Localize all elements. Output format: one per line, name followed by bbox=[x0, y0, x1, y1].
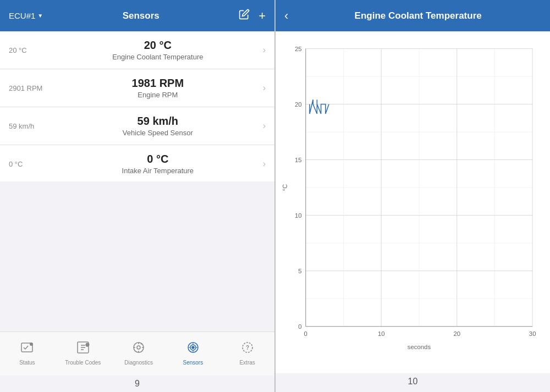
sensor-current-value: 0 °C bbox=[53, 153, 263, 165]
sensor-prev-value: 2901 RPM bbox=[9, 84, 53, 92]
sensor-main: 59 km/h Vehicle Speed Sensor bbox=[53, 115, 263, 137]
add-icon[interactable]: + bbox=[258, 9, 266, 23]
sensor-row[interactable]: 20 °C 20 °C Engine Coolant Temperature › bbox=[0, 31, 274, 69]
nav-label-trouble-codes: Trouble Codes bbox=[65, 360, 101, 366]
svg-text:5: 5 bbox=[298, 268, 301, 274]
sensor-main: 1981 RPM Engine RPM bbox=[53, 77, 263, 99]
chevron-right-icon: › bbox=[263, 45, 266, 55]
sensor-prev-value: 0 °C bbox=[9, 160, 53, 168]
sensor-main: 0 °C Intake Air Temperature bbox=[53, 153, 263, 175]
edit-icon[interactable] bbox=[239, 9, 250, 23]
sensor-row[interactable]: 0 °C 0 °C Intake Air Temperature › bbox=[0, 145, 274, 181]
nav-label-extras: Extras bbox=[239, 360, 255, 366]
chevron-right-icon: › bbox=[263, 121, 266, 131]
sensor-name: Engine RPM bbox=[53, 91, 263, 99]
chevron-right-icon: › bbox=[263, 83, 266, 93]
chevron-right-icon: › bbox=[263, 159, 266, 169]
left-page-number: 9 bbox=[0, 376, 274, 392]
chart-data-line bbox=[310, 100, 329, 114]
svg-point-1 bbox=[30, 343, 33, 346]
ecu-selector[interactable]: ECU#1 ▼ bbox=[9, 11, 43, 20]
nav-item-status[interactable]: Status bbox=[10, 340, 43, 366]
left-panel: ECU#1 ▼ Sensors + 20 °C 20 °C Engine Coo… bbox=[0, 0, 274, 392]
svg-text:10: 10 bbox=[378, 330, 385, 337]
svg-text:30: 30 bbox=[529, 330, 536, 337]
sensor-row[interactable]: 59 km/h 59 km/h Vehicle Speed Sensor › bbox=[0, 107, 274, 145]
svg-point-9 bbox=[192, 346, 194, 349]
svg-text:?: ? bbox=[246, 345, 249, 351]
right-header: ‹ Engine Coolant Temperature bbox=[276, 0, 550, 31]
nav-item-sensors[interactable]: Sensors bbox=[177, 340, 210, 366]
temperature-chart: 0 5 10 15 20 25 0 10 20 30 °C seconds bbox=[276, 40, 546, 369]
sensor-main: 20 °C Engine Coolant Temperature bbox=[53, 39, 263, 61]
svg-text:0: 0 bbox=[304, 330, 307, 337]
svg-text:25: 25 bbox=[295, 46, 302, 52]
left-header: ECU#1 ▼ Sensors + bbox=[0, 0, 274, 31]
sensors-title: Sensors bbox=[50, 10, 232, 21]
svg-text:seconds: seconds bbox=[408, 344, 431, 350]
sensor-prev-value: 20 °C bbox=[9, 46, 53, 54]
svg-text:°C: °C bbox=[282, 184, 288, 191]
sensor-current-value: 1981 RPM bbox=[53, 77, 263, 90]
sensor-current-value: 20 °C bbox=[53, 39, 263, 52]
chart-container: 0 5 10 15 20 25 0 10 20 30 °C seconds bbox=[276, 31, 550, 373]
svg-text:0: 0 bbox=[298, 323, 301, 330]
right-page-number: 10 bbox=[276, 373, 550, 392]
sensor-name: Intake Air Temperature bbox=[53, 167, 263, 175]
chevron-down-icon: ▼ bbox=[37, 13, 43, 19]
sensors-list: 20 °C 20 °C Engine Coolant Temperature ›… bbox=[0, 31, 274, 181]
nav-item-extras[interactable]: ? Extras bbox=[231, 340, 264, 366]
svg-text:10: 10 bbox=[295, 212, 302, 219]
sensor-current-value: 59 km/h bbox=[53, 115, 263, 128]
nav-label-sensors: Sensors bbox=[183, 360, 204, 366]
back-button[interactable]: ‹ bbox=[284, 9, 288, 23]
extras-icon: ? bbox=[240, 340, 255, 357]
header-actions: + bbox=[239, 9, 266, 23]
svg-text:15: 15 bbox=[295, 157, 302, 163]
chart-title: Engine Coolant Temperature bbox=[295, 10, 541, 21]
nav-label-diagnostics: Diagnostics bbox=[124, 360, 153, 366]
sensor-name: Vehicle Speed Sensor bbox=[53, 129, 263, 137]
diagnostics-icon bbox=[131, 340, 146, 357]
sensor-row[interactable]: 2901 RPM 1981 RPM Engine RPM › bbox=[0, 69, 274, 107]
svg-text:!: ! bbox=[86, 344, 87, 347]
empty-area bbox=[0, 181, 274, 332]
right-panel: ‹ Engine Coolant Temperature bbox=[276, 0, 550, 392]
sensor-name: Engine Coolant Temperature bbox=[53, 53, 263, 61]
ecu-label: ECU#1 bbox=[9, 11, 35, 20]
trouble-codes-icon: ! bbox=[75, 340, 91, 357]
sensor-prev-value: 59 km/h bbox=[9, 122, 53, 130]
status-icon bbox=[19, 340, 35, 357]
nav-item-trouble-codes[interactable]: ! Trouble Codes bbox=[65, 340, 101, 366]
nav-item-diagnostics[interactable]: Diagnostics bbox=[122, 340, 155, 366]
bottom-nav: Status ! Trouble Codes bbox=[0, 332, 274, 376]
svg-text:20: 20 bbox=[295, 101, 302, 108]
svg-text:20: 20 bbox=[453, 330, 460, 337]
sensors-icon bbox=[185, 340, 201, 357]
svg-point-6 bbox=[137, 346, 140, 349]
nav-label-status: Status bbox=[19, 360, 35, 366]
